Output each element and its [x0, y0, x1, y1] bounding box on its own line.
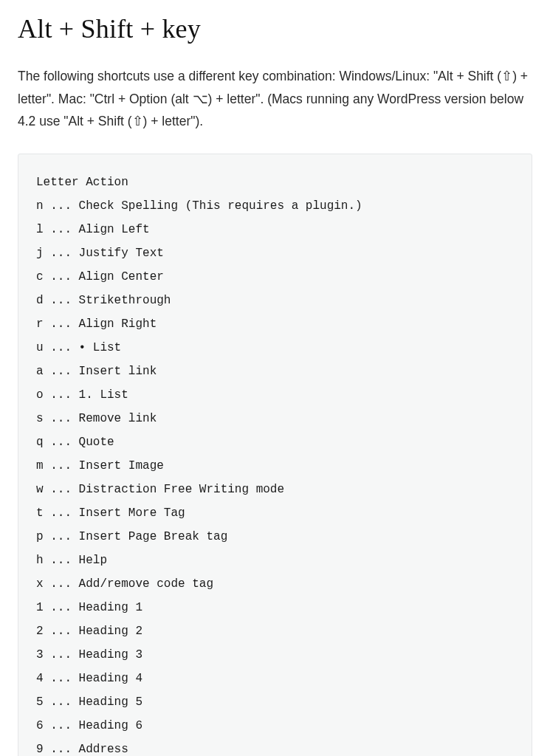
shortcut-code-block: Letter Action n ... Check Spelling (This…	[18, 154, 532, 756]
section-heading: Alt + Shift + key	[18, 13, 532, 44]
intro-paragraph: The following shortcuts use a different …	[18, 65, 532, 133]
